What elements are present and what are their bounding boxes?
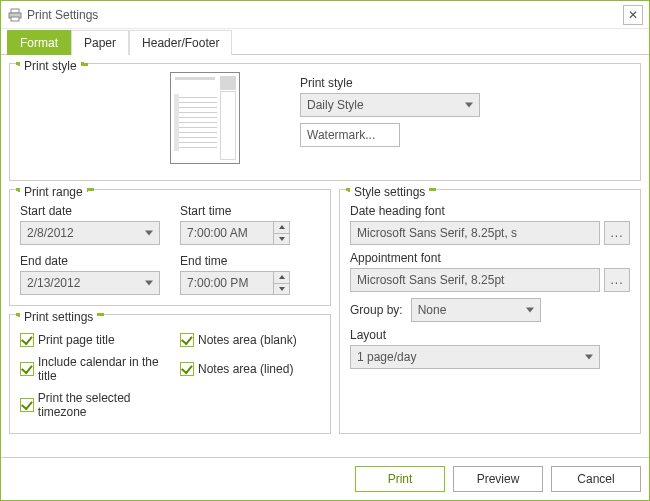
group-by-label: Group by: [350,303,403,317]
chevron-down-icon [465,103,473,108]
group-print-settings: Print settings Print page title Notes ar… [9,314,331,434]
print-style-select[interactable]: Daily Style [300,93,480,117]
appointment-font-value: Microsoft Sans Serif, 8.25pt [357,273,504,287]
legend-style-settings: Style settings [350,185,429,199]
print-style-label: Print style [300,76,620,90]
tab-format[interactable]: Format [7,30,71,55]
print-button[interactable]: Print [355,466,445,492]
date-heading-font-label: Date heading font [350,204,630,218]
watermark-button-label: Watermark... [307,128,375,142]
ellipsis-icon: ... [610,226,623,240]
checkbox-label: Include calendar in the title [38,355,180,383]
cancel-button[interactable]: Cancel [551,466,641,492]
checkbox-icon [180,362,194,376]
svg-rect-0 [11,9,19,13]
end-date-dropdown[interactable]: 2/13/2012 [20,271,160,295]
titlebar: Print Settings ✕ [1,1,649,29]
preview-button-label: Preview [477,472,520,486]
style-thumbnail [170,72,240,164]
chevron-down-icon [585,355,593,360]
print-style-value: Daily Style [307,98,364,112]
chevron-down-icon [145,281,153,286]
tab-header-footer[interactable]: Header/Footer [129,30,232,55]
appointment-font-browse-button[interactable]: ... [604,268,630,292]
date-heading-font-field[interactable]: Microsoft Sans Serif, 8.25pt, s [350,221,600,245]
checkbox-selected-timezone[interactable]: Print the selected timezone [20,391,180,419]
spin-up-button[interactable] [273,272,289,284]
appointment-font-field[interactable]: Microsoft Sans Serif, 8.25pt [350,268,600,292]
arrow-down-icon [279,237,285,241]
group-style-settings: Style settings Date heading font Microso… [339,189,641,434]
checkbox-icon [180,333,194,347]
chevron-down-icon [145,231,153,236]
group-print-style: Print style Print style Daily Style [9,63,641,181]
dialog-body: Print style Print style Daily Style [1,55,649,457]
spin-down-button[interactable] [273,234,289,245]
start-time-label: Start time [180,204,310,218]
checkbox-notes-blank[interactable]: Notes area (blank) [180,333,320,347]
date-heading-font-browse-button[interactable]: ... [604,221,630,245]
end-time-label: End time [180,254,310,268]
window-title: Print Settings [27,8,98,22]
checkbox-label: Print page title [38,333,115,347]
layout-label: Layout [350,328,630,342]
arrow-up-icon [279,275,285,279]
checkbox-icon [20,333,34,347]
end-date-value: 2/13/2012 [27,276,80,290]
group-print-range: Print range Start date Start time 2/8/20… [9,189,331,306]
date-heading-font-value: Microsoft Sans Serif, 8.25pt, s [357,226,517,240]
end-time-value: 7:00:00 PM [187,276,248,290]
tab-bar: Format Paper Header/Footer [1,29,649,55]
group-by-select[interactable]: None [411,298,541,322]
layout-select[interactable]: 1 page/day [350,345,600,369]
chevron-down-icon [526,308,534,313]
checkbox-include-calendar[interactable]: Include calendar in the title [20,355,180,383]
checkbox-label: Notes area (lined) [198,362,293,376]
arrow-down-icon [279,287,285,291]
checkbox-notes-lined[interactable]: Notes area (lined) [180,355,320,383]
start-date-value: 2/8/2012 [27,226,74,240]
watermark-button[interactable]: Watermark... [300,123,400,147]
dialog-footer: Print Preview Cancel [1,457,649,500]
cancel-button-label: Cancel [577,472,614,486]
print-icon [7,7,23,23]
spin-up-button[interactable] [273,222,289,234]
layout-value: 1 page/day [357,350,416,364]
arrow-up-icon [279,225,285,229]
ellipsis-icon: ... [610,273,623,287]
checkbox-print-page-title[interactable]: Print page title [20,333,180,347]
legend-print-style: Print style [20,59,81,73]
group-by-value: None [418,303,447,317]
checkbox-icon [20,362,34,376]
end-date-label: End date [20,254,170,268]
spin-down-button[interactable] [273,284,289,295]
start-date-dropdown[interactable]: 2/8/2012 [20,221,160,245]
end-time-spinner[interactable]: 7:00:00 PM [180,271,290,295]
start-date-label: Start date [20,204,170,218]
legend-print-settings: Print settings [20,310,97,324]
legend-print-range: Print range [20,185,87,199]
preview-button[interactable]: Preview [453,466,543,492]
start-time-spinner[interactable]: 7:00:00 AM [180,221,290,245]
checkbox-label: Notes area (blank) [198,333,297,347]
svg-rect-2 [11,17,19,21]
close-button[interactable]: ✕ [623,5,643,25]
checkbox-label: Print the selected timezone [38,391,180,419]
print-button-label: Print [388,472,413,486]
start-time-value: 7:00:00 AM [187,226,248,240]
print-settings-window: Print Settings ✕ Format Paper Header/Foo… [0,0,650,501]
tab-paper[interactable]: Paper [71,30,129,55]
checkbox-icon [20,398,34,412]
close-icon: ✕ [628,8,638,22]
appointment-font-label: Appointment font [350,251,630,265]
